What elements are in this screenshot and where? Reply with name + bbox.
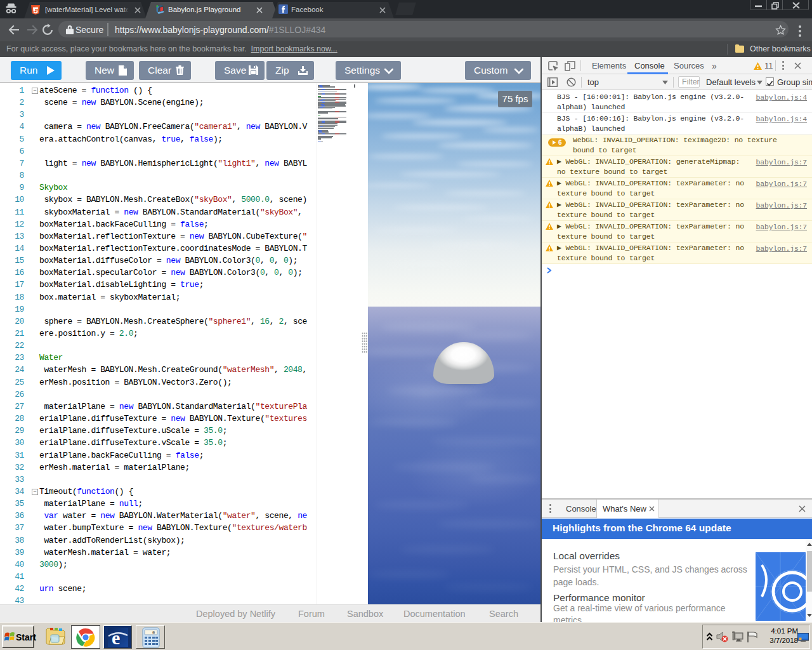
svg-text:6: 6 <box>558 139 562 146</box>
svg-text:0: 0 <box>152 630 155 635</box>
svg-text:e: e <box>112 628 120 647</box>
